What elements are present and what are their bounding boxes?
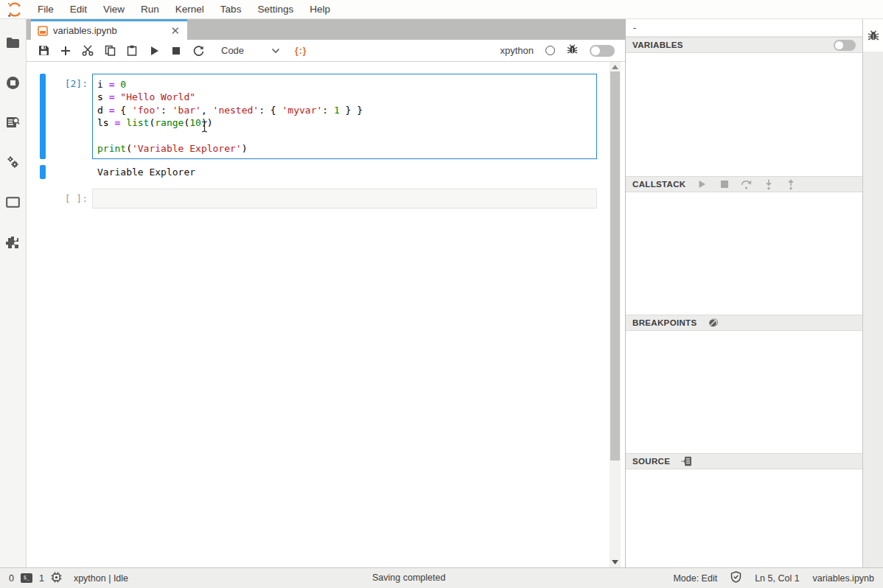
- cell-output-row: Variable Explorer: [27, 165, 610, 179]
- run-cell-icon[interactable]: [143, 41, 165, 60]
- format-braces-icon[interactable]: {:}: [295, 46, 307, 56]
- jupyterlab-window: File Edit View Run Kernel Tabs Settings …: [0, 0, 883, 588]
- terminal-icon: $_: [21, 573, 32, 583]
- notebook-scrollbar[interactable]: [610, 62, 621, 567]
- trust-shield-icon[interactable]: [730, 571, 741, 585]
- callstack-body: [626, 192, 862, 315]
- debugger-bug-icon: [868, 29, 879, 41]
- source-section-header[interactable]: SOURCE: [626, 453, 862, 469]
- input-collapser[interactable]: [40, 74, 46, 159]
- empty-code-cell[interactable]: [ ]:: [27, 189, 610, 209]
- terminate-icon[interactable]: [719, 178, 730, 190]
- step-over-icon[interactable]: [741, 178, 753, 190]
- menu-run[interactable]: Run: [133, 0, 167, 19]
- extension-puzzle-icon[interactable]: [6, 234, 21, 249]
- restart-kernel-icon[interactable]: [187, 41, 209, 60]
- scroll-up-icon[interactable]: [610, 63, 621, 71]
- jupyter-logo-icon: [7, 1, 23, 18]
- code-editor[interactable]: i = 0s = "Hello World"d = { 'foo': 'bar'…: [92, 74, 597, 159]
- cell-type-value: Code: [221, 45, 244, 56]
- breakpoints-label: BREAKPOINTS: [632, 318, 697, 327]
- output-prompt-spacer: [46, 165, 92, 179]
- menubar: File Edit View Run Kernel Tabs Settings …: [0, 0, 883, 19]
- right-sidebar-strip: [862, 19, 883, 567]
- notebook-icon: [38, 26, 48, 36]
- cell-output-text: Variable Explorer: [92, 165, 195, 179]
- mode-indicator[interactable]: Mode: Edit: [673, 573, 717, 584]
- kernel-status-text[interactable]: xpython | Idle: [74, 573, 128, 584]
- paste-cell-icon[interactable]: [121, 41, 143, 60]
- menu-edit[interactable]: Edit: [62, 0, 95, 19]
- debugger-panel: - VARIABLES CALLSTACK: [625, 19, 862, 567]
- breakpoints-body: [626, 331, 862, 453]
- notebook-content: [2]: i = 0s = "Hello World"d = { 'foo': …: [27, 62, 610, 567]
- kernel-name-button[interactable]: xpython: [500, 45, 534, 56]
- remove-all-breakpoints-icon[interactable]: [708, 317, 719, 329]
- input-prompt: [2]:: [46, 74, 92, 159]
- debugger-panel-title: -: [626, 19, 862, 37]
- debugger-toggle[interactable]: [590, 45, 615, 57]
- open-source-icon[interactable]: [680, 455, 692, 467]
- tab-variables-ipynb[interactable]: variables.ipynb ✕: [31, 19, 187, 40]
- callstack-section-header[interactable]: CALLSTACK: [626, 176, 862, 192]
- cut-cell-icon[interactable]: [77, 41, 99, 60]
- variables-body: [626, 53, 862, 176]
- menu-view[interactable]: View: [95, 0, 133, 19]
- terminals-count: 0: [9, 573, 14, 584]
- bug-icon[interactable]: [567, 43, 578, 57]
- menu-kernel[interactable]: Kernel: [167, 0, 212, 19]
- menu-help[interactable]: Help: [301, 0, 338, 19]
- debugger-tab[interactable]: [863, 19, 883, 52]
- empty-code-editor[interactable]: [92, 189, 597, 209]
- property-inspector-icon[interactable]: [6, 115, 21, 130]
- status-message: Saving completed: [372, 568, 445, 588]
- save-icon[interactable]: [32, 41, 55, 60]
- running-sessions-icon[interactable]: [6, 75, 21, 90]
- kernel-status-icon[interactable]: [545, 46, 555, 55]
- continue-icon[interactable]: [697, 178, 708, 190]
- cursor-position[interactable]: Ln 5, Col 1: [755, 573, 799, 584]
- kernels-count: 1: [39, 573, 44, 584]
- dock-tabbar: variables.ipynb ✕: [27, 19, 625, 40]
- scrollbar-thumb[interactable]: [610, 71, 620, 461]
- kernel-chip-icon: [51, 572, 62, 585]
- cell-type-select[interactable]: Code: [217, 43, 285, 57]
- variables-toggle[interactable]: [834, 40, 856, 51]
- add-cell-icon[interactable]: [55, 41, 77, 60]
- menu-file[interactable]: File: [29, 0, 62, 19]
- active-file-name: variables.ipynb: [813, 573, 874, 584]
- chevron-down-icon: [271, 48, 280, 54]
- callstack-label: CALLSTACK: [632, 180, 686, 189]
- file-browser-icon[interactable]: [6, 35, 21, 50]
- menu-settings[interactable]: Settings: [249, 0, 301, 19]
- source-label: SOURCE: [632, 457, 670, 466]
- open-tabs-icon[interactable]: [6, 195, 21, 209]
- code-editor-lines: i = 0s = "Hello World"d = { 'foo': 'bar'…: [97, 78, 592, 155]
- code-cell-active[interactable]: [2]: i = 0s = "Hello World"d = { 'foo': …: [27, 74, 610, 159]
- notebook-area: [2]: i = 0s = "Hello World"d = { 'foo': …: [27, 62, 625, 567]
- scroll-down-icon[interactable]: [610, 558, 621, 567]
- main-dock-panel: variables.ipynb ✕: [27, 19, 625, 567]
- tab-title: variables.ipynb: [53, 25, 164, 36]
- status-bar: 0 $_ 1 xpython | Idle Saving completed M…: [0, 567, 883, 588]
- gears-icon[interactable]: [6, 155, 21, 169]
- notebook-toolbar: Code {:} xpython: [27, 40, 625, 62]
- step-in-icon[interactable]: [763, 178, 775, 190]
- tab-close-icon[interactable]: ✕: [169, 25, 181, 36]
- breakpoints-section-header[interactable]: BREAKPOINTS: [626, 315, 862, 331]
- output-collapser[interactable]: [40, 165, 46, 179]
- menu-tabs[interactable]: Tabs: [212, 0, 250, 19]
- left-sidebar: [0, 19, 27, 567]
- variables-label: VARIABLES: [632, 41, 683, 49]
- input-collapser-hidden: [40, 189, 46, 209]
- stop-kernel-icon[interactable]: [165, 41, 187, 60]
- toggle-knob: [591, 46, 600, 55]
- sessions-indicator[interactable]: 0 $_ 1: [9, 572, 62, 585]
- empty-input-prompt: [ ]:: [46, 189, 92, 209]
- source-body: [626, 469, 862, 567]
- variables-section-header[interactable]: VARIABLES: [626, 37, 862, 53]
- step-out-icon[interactable]: [785, 178, 797, 190]
- copy-cell-icon[interactable]: [99, 41, 121, 60]
